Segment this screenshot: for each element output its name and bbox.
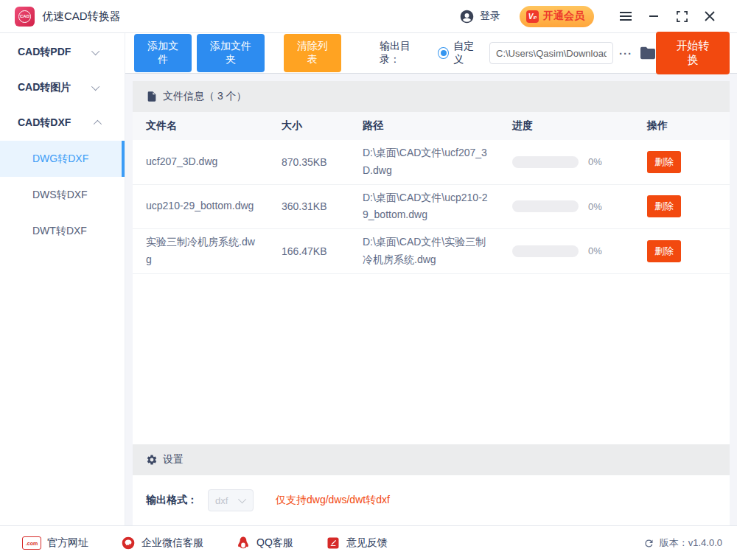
file-path: D:\桌面\CAD文件\ucp210-29_bottom.dwg — [349, 189, 499, 225]
app-window: CAD 优速CAD转换器 登录 VIP 开通会员 — [0, 0, 737, 560]
footer-link-label: 官方网址 — [47, 536, 88, 550]
sidebar-group-label: CAD转DXF — [18, 116, 71, 130]
sidebar: CAD转PDF CAD转图片 CAD转DXF DWG转DXF DWS转DXF D… — [0, 33, 125, 525]
file-name: 实验三制冷机房系统.dwg — [133, 234, 268, 269]
progress-bar — [512, 156, 579, 168]
document-icon — [146, 91, 158, 102]
app-title: 优速CAD转换器 — [42, 10, 121, 24]
progress-value: 0% — [588, 156, 602, 167]
column-header-name: 文件名 — [133, 119, 268, 133]
table-row: ucp210-29_bottom.dwg 360.31KB D:\桌面\CAD文… — [133, 185, 730, 230]
vip-button[interactable]: VIP 开通会员 — [520, 6, 594, 27]
file-info-bar: 文件信息（ 3 个） — [133, 81, 730, 112]
output-format-select[interactable]: dxf — [208, 489, 254, 511]
progress-cell: 0% — [499, 200, 634, 212]
add-folder-button[interactable]: 添加文件夹 — [197, 34, 264, 72]
minimize-icon[interactable] — [640, 5, 668, 27]
qq-service-icon — [236, 536, 251, 550]
output-dir-label: 输出目录： — [380, 40, 427, 66]
browse-more-button[interactable]: ··· — [619, 47, 632, 60]
add-file-button[interactable]: 添加文件 — [134, 34, 192, 72]
sidebar-group-cad-to-pdf[interactable]: CAD转PDF — [0, 35, 125, 70]
file-panel: 文件信息（ 3 个） 文件名 大小 路径 进度 操作 ucf207_3D.dwg… — [133, 81, 730, 525]
app-logo: CAD — [15, 7, 35, 27]
custom-dir-radio[interactable]: 自定义 — [438, 40, 482, 66]
vip-icon: VIP — [526, 10, 539, 23]
main-area: 添加文件 添加文件夹 清除列表 输出目录： 自定义 ··· 开始转换 — [125, 33, 737, 525]
wechat-service-icon — [121, 536, 136, 550]
column-header-size: 大小 — [268, 119, 349, 133]
start-convert-button[interactable]: 开始转换 — [656, 32, 730, 74]
file-path: D:\桌面\CAD文件\ucf207_3D.dwg — [349, 144, 499, 180]
output-format-value: dxf — [215, 495, 228, 506]
sidebar-group-cad-to-dxf[interactable]: CAD转DXF — [0, 105, 125, 141]
chevron-down-icon — [91, 47, 99, 55]
progress-value: 0% — [588, 245, 602, 256]
delete-button[interactable]: 删除 — [647, 195, 681, 217]
settings-bar: 设置 — [133, 444, 730, 475]
sidebar-group-cad-to-image[interactable]: CAD转图片 — [0, 70, 125, 105]
open-folder-icon[interactable] — [640, 46, 656, 60]
file-info-title: 文件信息（ 3 个） — [163, 90, 247, 103]
sidebar-group-label: CAD转图片 — [18, 81, 71, 94]
output-path-input[interactable] — [489, 42, 613, 64]
column-header-progress: 进度 — [499, 119, 634, 133]
file-size: 166.47KB — [268, 245, 349, 257]
clear-list-button[interactable]: 清除列表 — [284, 34, 341, 72]
footer-links: .com 官方网址 企业微信客服 QQ客服 意见反馈 — [22, 536, 388, 550]
vip-label: 开通会员 — [543, 10, 584, 23]
menu-icon[interactable] — [612, 5, 640, 27]
version-info: 版本：v1.4.0.0 — [643, 536, 722, 550]
close-icon[interactable] — [696, 5, 724, 27]
progress-value: 0% — [588, 201, 602, 212]
format-hint-text: 仅支持dwg/dws/dwt转dxf — [276, 494, 390, 507]
feedback-link[interactable]: 意见反馈 — [326, 536, 388, 550]
chevron-down-icon — [238, 495, 246, 503]
output-format-label: 输出格式： — [146, 494, 198, 507]
radio-selected-icon — [438, 47, 449, 59]
progress-bar — [512, 245, 579, 257]
footer-link-label: QQ客服 — [256, 536, 293, 550]
footer-link-label: 企业微信客服 — [142, 536, 203, 550]
empty-list-space — [133, 274, 730, 444]
official-site-icon: .com — [22, 536, 41, 550]
feedback-icon — [326, 536, 340, 550]
maximize-icon[interactable] — [668, 5, 696, 27]
footer-link-label: 意见反馈 — [346, 536, 388, 550]
wechat-service-link[interactable]: 企业微信客服 — [121, 536, 203, 550]
user-avatar-icon — [459, 9, 475, 24]
table-row: ucf207_3D.dwg 870.35KB D:\桌面\CAD文件\ucf20… — [133, 140, 730, 185]
sidebar-item-dwg-to-dxf[interactable]: DWG转DXF — [0, 141, 125, 177]
toolbar: 添加文件 添加文件夹 清除列表 输出目录： 自定义 ··· 开始转换 — [125, 33, 737, 74]
refresh-icon[interactable] — [643, 538, 654, 549]
login-button[interactable]: 登录 — [459, 9, 500, 24]
login-label: 登录 — [480, 10, 500, 23]
table-row: 实验三制冷机房系统.dwg 166.47KB D:\桌面\CAD文件\实验三制冷… — [133, 229, 730, 274]
titlebar-right: 登录 VIP 开通会员 — [459, 5, 724, 27]
progress-cell: 0% — [499, 156, 634, 168]
column-header-action: 操作 — [634, 119, 730, 133]
file-name: ucp210-29_bottom.dwg — [133, 197, 268, 215]
file-name: ucf207_3D.dwg — [133, 153, 268, 171]
custom-dir-label: 自定义 — [453, 40, 482, 66]
progress-cell: 0% — [499, 245, 634, 257]
file-size: 870.35KB — [268, 156, 349, 168]
window-controls — [612, 5, 724, 27]
delete-button[interactable]: 删除 — [647, 151, 681, 173]
file-path: D:\桌面\CAD文件\实验三制冷机房系统.dwg — [349, 234, 499, 269]
official-site-link[interactable]: .com 官方网址 — [22, 536, 88, 550]
sidebar-group-label: CAD转PDF — [18, 46, 71, 59]
titlebar-left: CAD 优速CAD转换器 — [15, 7, 121, 27]
chevron-up-icon — [94, 120, 102, 128]
content-area: 文件信息（ 3 个） 文件名 大小 路径 进度 操作 ucf207_3D.dwg… — [125, 74, 737, 525]
gear-icon — [146, 454, 158, 466]
table-header: 文件名 大小 路径 进度 操作 — [133, 112, 730, 140]
chevron-down-icon — [91, 83, 99, 91]
app-body: CAD转PDF CAD转图片 CAD转DXF DWG转DXF DWS转DXF D… — [0, 33, 737, 525]
sidebar-item-dwt-to-dxf[interactable]: DWT转DXF — [0, 213, 125, 249]
version-label: 版本：v1.4.0.0 — [660, 536, 722, 550]
qq-service-link[interactable]: QQ客服 — [236, 536, 293, 550]
footer: .com 官方网址 企业微信客服 QQ客服 意见反馈 版本：v1.4.0.0 — [0, 525, 737, 560]
sidebar-item-dws-to-dxf[interactable]: DWS转DXF — [0, 177, 125, 213]
delete-button[interactable]: 删除 — [647, 240, 681, 262]
